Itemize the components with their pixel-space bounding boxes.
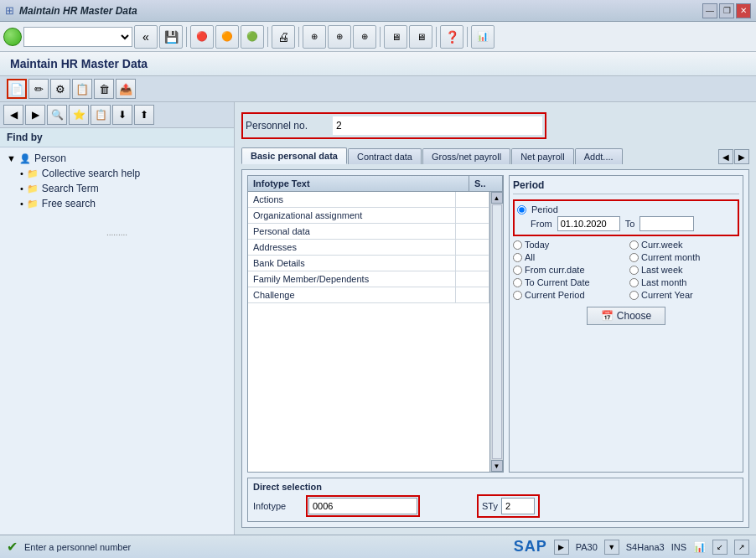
save-btn[interactable]: 💾 — [159, 25, 183, 49]
infotype-cell-s — [456, 287, 489, 302]
status-play-btn[interactable]: ▶ — [554, 540, 569, 555]
help-btn[interactable]: ❓ — [440, 25, 463, 49]
export-btn[interactable]: 📤 — [116, 79, 136, 99]
infotype-cell-text: Family Member/Dependents — [248, 271, 456, 287]
infotype-input[interactable] — [308, 498, 417, 514]
period-section: Period Period From To — [509, 175, 743, 473]
radio-currweek-input[interactable] — [629, 240, 639, 250]
tree-person-label: Person — [34, 152, 66, 164]
tab-basic-personal[interactable]: Basic personal data — [241, 147, 347, 164]
table-row[interactable]: Addresses — [248, 240, 489, 256]
bullet-icon: • — [20, 168, 23, 178]
table-row[interactable]: Bank Details — [248, 256, 489, 271]
title-bar: ⊞ Maintain HR Master Data — ❐ ✕ — [0, 0, 756, 22]
folder-icon-1: 📁 — [27, 168, 39, 179]
scroll-track[interactable] — [492, 204, 502, 459]
tree-item-search-term[interactable]: • 📁 Search Term — [17, 181, 230, 196]
display2-btn[interactable]: 🖥 — [409, 25, 432, 49]
sep4 — [380, 27, 381, 47]
status-right: SAP ▶ PA30 ▼ S4Hana3 INS 📊 ↙ ↗ — [514, 538, 749, 555]
table-row[interactable]: Personal data — [248, 224, 489, 240]
chart-btn[interactable]: 📊 — [471, 25, 495, 49]
copy3-btn[interactable]: ⊕ — [353, 25, 376, 49]
nav-prev-btn[interactable]: ◀ — [3, 105, 23, 125]
tab-gross-net[interactable]: Gross/net payroll — [422, 148, 510, 164]
restore-button[interactable]: ❐ — [719, 3, 734, 18]
sap-label: SAP — [514, 538, 547, 555]
status-arrow-right[interactable]: ↗ — [734, 540, 749, 555]
settings-btn[interactable]: ⚙ — [50, 79, 70, 99]
sep1 — [186, 27, 187, 47]
copy2-btn[interactable]: ⊕ — [328, 25, 351, 49]
status-dropdown-btn[interactable]: ▼ — [604, 540, 619, 555]
tab-nav-right[interactable]: ▶ — [734, 149, 749, 164]
table-row[interactable]: Challenge — [248, 287, 489, 303]
sty-input[interactable] — [501, 498, 535, 514]
choose-button[interactable]: 📅 Choose — [587, 307, 665, 325]
nav-down-btn[interactable]: ⬇ — [112, 105, 132, 125]
radio-lastweek-label: Last week — [641, 265, 683, 275]
tab-net-payroll[interactable]: Net payroll — [511, 148, 574, 164]
edit-btn[interactable]: ✏ — [28, 79, 49, 99]
infotype-cell-s — [456, 240, 489, 255]
infotype-cell-s — [456, 192, 489, 207]
nav-back-btn[interactable]: « — [134, 25, 158, 49]
tab-addt[interactable]: Addt.... — [575, 148, 623, 164]
app-toolbar: 📄 ✏ ⚙ 📋 🗑 📤 — [0, 76, 756, 102]
sty-container: STy — [477, 494, 540, 518]
nav-star-btn[interactable]: ⭐ — [69, 105, 89, 125]
table-row[interactable]: Actions — [248, 192, 489, 208]
btn-red1[interactable]: 🔴 — [190, 25, 214, 49]
tab-nav-left[interactable]: ◀ — [718, 149, 733, 164]
from-date-input[interactable] — [557, 216, 620, 231]
col-infotype-text: Infotype Text — [248, 176, 469, 191]
status-chart-icon: 📊 — [693, 541, 706, 553]
direct-title: Direct selection — [253, 482, 738, 492]
tree-item-collective[interactable]: • 📁 Collective search help — [17, 166, 230, 181]
radio-lastmonth-input[interactable] — [629, 278, 639, 287]
new-doc-btn[interactable]: 📄 — [7, 79, 27, 99]
nav-search-btn[interactable]: 🔍 — [47, 105, 67, 125]
tree-root-person[interactable]: ▼ 👤 Person — [3, 151, 230, 166]
nav-list-btn[interactable]: 📋 — [91, 105, 111, 125]
radio-all-input[interactable] — [513, 253, 522, 262]
copy1-btn[interactable]: ⊕ — [303, 25, 326, 49]
period-title: Period — [513, 179, 739, 194]
scroll-down-btn[interactable]: ▼ — [491, 460, 503, 472]
tab-nav-group: ◀ ▶ — [718, 149, 749, 164]
radio-today-input[interactable] — [513, 240, 522, 250]
app-header: Maintain HR Master Data — [0, 52, 756, 76]
display1-btn[interactable]: 🖥 — [384, 25, 407, 49]
print-btn[interactable]: 🖨 — [272, 25, 295, 49]
delete-btn[interactable]: 🗑 — [94, 79, 114, 99]
radio-currentperiod-input[interactable] — [513, 291, 522, 300]
minimize-button[interactable]: — — [702, 3, 717, 18]
btn-green1[interactable]: 🟢 — [241, 25, 264, 49]
radio-fromcurr-input[interactable] — [513, 266, 522, 275]
radio-tocurrent-input[interactable] — [513, 278, 522, 287]
radio-currentyear-input[interactable] — [629, 291, 639, 300]
to-label: To — [625, 219, 635, 229]
table-row[interactable]: Organizational assignment — [248, 208, 489, 224]
radio-currentmonth: Current month — [629, 252, 739, 262]
btn-orange1[interactable]: 🟠 — [215, 25, 239, 49]
radio-lastweek-input[interactable] — [629, 266, 639, 275]
tab-contract[interactable]: Contract data — [348, 148, 422, 164]
copy-btn[interactable]: 📋 — [72, 79, 92, 99]
period-radio[interactable] — [517, 205, 526, 214]
nav-up-btn[interactable]: ⬆ — [134, 105, 154, 125]
main-toolbar: « 💾 🔴 🟠 🟢 🖨 ⊕ ⊕ ⊕ 🖥 🖥 ❓ 📊 — [0, 22, 756, 52]
folder-icon-3: 📁 — [27, 199, 39, 209]
main-panel: Infotype Text S.. Actions Organizationa — [241, 169, 749, 528]
tree-item-free-search[interactable]: • 📁 Free search — [17, 196, 230, 211]
radio-currweek: Curr.week — [629, 240, 739, 250]
personnel-input[interactable] — [333, 116, 542, 135]
table-row[interactable]: Family Member/Dependents — [248, 271, 489, 287]
command-dropdown[interactable] — [23, 27, 132, 47]
status-arrow-left[interactable]: ↙ — [712, 540, 728, 555]
to-date-input[interactable] — [639, 216, 694, 231]
nav-next-btn[interactable]: ▶ — [25, 105, 45, 125]
scroll-up-btn[interactable]: ▲ — [491, 192, 503, 204]
close-button[interactable]: ✕ — [736, 3, 751, 18]
radio-currentmonth-input[interactable] — [629, 253, 639, 262]
